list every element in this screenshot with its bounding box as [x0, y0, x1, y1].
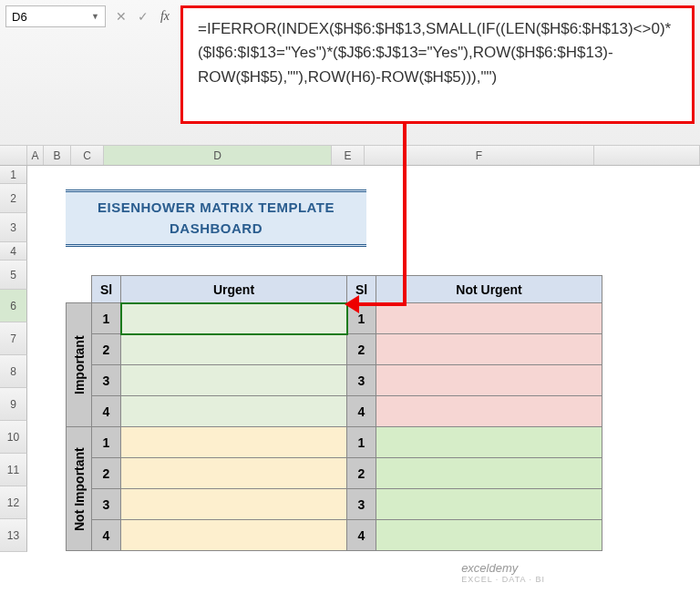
callout-arrow-head [345, 295, 359, 313]
sl-num: 1 [347, 427, 376, 458]
label-important: Important [67, 303, 92, 427]
title-line1: EISENHOWER MATRIX TEMPLATE [66, 198, 366, 219]
row-header[interactable]: 12 [0, 486, 27, 519]
dashboard-title: EISENHOWER MATRIX TEMPLATE DASHBOARD [66, 189, 366, 247]
header-not-urgent: Not Urgent [376, 276, 602, 303]
row-header[interactable]: 3 [0, 213, 27, 242]
sl-num: 2 [347, 458, 376, 489]
watermark-sub: EXCEL · DATA · BI [461, 575, 545, 584]
row-header[interactable]: 6 [0, 290, 27, 322]
fx-icon[interactable]: fx [155, 6, 175, 26]
row-header[interactable]: 11 [0, 454, 27, 486]
column-headers: A B C D E F [0, 146, 700, 166]
spreadsheet-grid: A B C D E F 1 2 3 4 5 6 7 8 9 10 11 12 1… [0, 146, 700, 552]
eisenhower-matrix: Sl Urgent Sl Not Urgent Important 1 1 2 [66, 275, 602, 551]
cell-not-urgent-not-important[interactable] [376, 489, 602, 520]
cell-not-urgent-important[interactable] [376, 396, 602, 427]
col-header[interactable]: C [71, 146, 104, 165]
row-header[interactable]: 5 [0, 261, 27, 290]
row-header[interactable]: 7 [0, 322, 27, 355]
name-box[interactable]: D6 ▼ [5, 5, 106, 27]
cell-urgent-not-important[interactable] [121, 489, 347, 520]
cell-not-urgent-important[interactable] [376, 303, 602, 334]
row-header[interactable]: 4 [0, 242, 27, 261]
cell-d6-active[interactable] [121, 303, 347, 334]
confirm-icon[interactable]: ✓ [133, 6, 153, 26]
label-not-important: Not Important [67, 427, 92, 551]
row-header[interactable]: 2 [0, 184, 27, 213]
name-box-value: D6 [12, 10, 27, 24]
sl-num: 4 [92, 520, 121, 551]
sl-num: 4 [347, 396, 376, 427]
col-header[interactable]: A [27, 146, 44, 165]
cell-not-urgent-not-important[interactable] [376, 458, 602, 489]
sl-num: 3 [92, 365, 121, 396]
row-header[interactable]: 1 [0, 166, 27, 184]
row-header[interactable]: 13 [0, 519, 27, 552]
cell-not-urgent-important[interactable] [376, 334, 602, 365]
col-header[interactable]: D [104, 146, 332, 165]
sl-num: 3 [347, 365, 376, 396]
callout-arrow [355, 302, 407, 306]
cell-not-urgent-important[interactable] [376, 365, 602, 396]
sl-num: 4 [92, 396, 121, 427]
formula-bar-area: D6 ▼ ✕ ✓ fx =IFERROR(INDEX($H$6:$H$13,SM… [0, 0, 700, 146]
sl-num: 1 [92, 427, 121, 458]
cell-urgent-not-important[interactable] [121, 427, 347, 458]
row-header[interactable]: 10 [0, 421, 27, 454]
sl-num: 3 [347, 489, 376, 520]
cancel-icon[interactable]: ✕ [111, 6, 131, 26]
col-header[interactable]: F [365, 146, 594, 165]
header-sl: Sl [92, 276, 121, 303]
cell-not-urgent-not-important[interactable] [376, 427, 602, 458]
watermark-main: exceldemy [461, 561, 518, 575]
watermark: exceldemy EXCEL · DATA · BI [461, 561, 545, 584]
cells-area[interactable]: EISENHOWER MATRIX TEMPLATE DASHBOARD Sl … [27, 166, 700, 552]
name-box-dropdown-icon[interactable]: ▼ [91, 12, 99, 21]
sl-num: 2 [347, 334, 376, 365]
header-urgent: Urgent [121, 276, 347, 303]
sl-num: 3 [92, 489, 121, 520]
cell-urgent-important[interactable] [121, 365, 347, 396]
row-headers: 1 2 3 4 5 6 7 8 9 10 11 12 13 [0, 166, 27, 552]
title-line2: DASHBOARD [66, 219, 366, 240]
sl-num: 1 [92, 303, 121, 334]
cell-urgent-not-important[interactable] [121, 458, 347, 489]
cell-urgent-not-important[interactable] [121, 520, 347, 551]
select-all-corner[interactable] [0, 146, 27, 165]
col-header[interactable] [594, 146, 700, 165]
col-header[interactable]: B [44, 146, 71, 165]
row-header[interactable]: 9 [0, 388, 27, 421]
formula-bar[interactable]: =IFERROR(INDEX($H$6:$H$13,SMALL(IF((LEN(… [180, 5, 695, 124]
callout-arrow [403, 124, 407, 302]
sl-num: 2 [92, 458, 121, 489]
cell-urgent-important[interactable] [121, 396, 347, 427]
sl-num: 2 [92, 334, 121, 365]
col-header[interactable]: E [332, 146, 365, 165]
cell-not-urgent-not-important[interactable] [376, 520, 602, 551]
cell-urgent-important[interactable] [121, 334, 347, 365]
sl-num: 4 [347, 520, 376, 551]
formula-bar-buttons: ✕ ✓ fx [111, 5, 175, 27]
formula-text: =IFERROR(INDEX($H$6:$H$13,SMALL(IF((LEN(… [198, 20, 671, 86]
row-header[interactable]: 8 [0, 355, 27, 388]
